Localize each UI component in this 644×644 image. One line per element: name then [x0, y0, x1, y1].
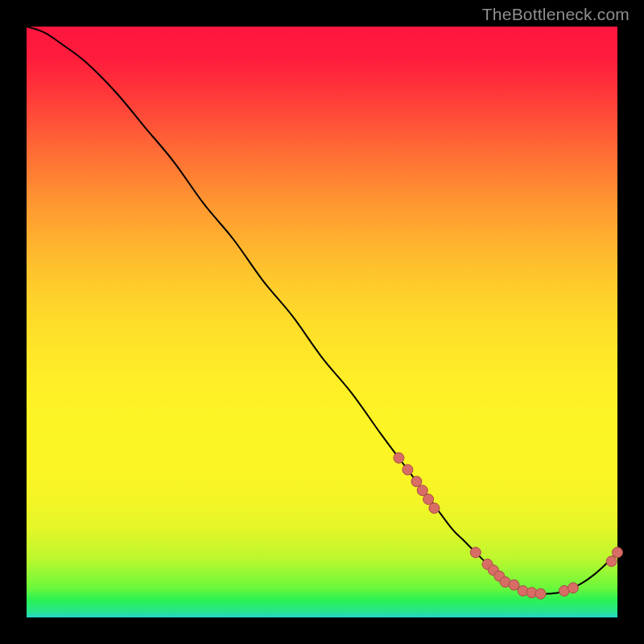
data-marker: [606, 556, 617, 567]
data-marker: [402, 464, 413, 475]
data-marker: [509, 580, 519, 590]
marker-layer: [394, 452, 623, 599]
chart-stage: TheBottleneck.com: [0, 0, 644, 644]
data-marker: [423, 494, 434, 505]
data-marker: [613, 547, 623, 558]
watermark-text: TheBottleneck.com: [482, 5, 630, 24]
plot-area: [27, 27, 617, 617]
data-marker: [417, 485, 427, 496]
data-marker: [429, 503, 440, 514]
data-marker: [394, 452, 404, 463]
data-marker: [470, 547, 481, 558]
data-marker: [411, 477, 422, 487]
data-marker: [568, 583, 578, 593]
curve-line: [27, 27, 617, 594]
plot-svg: [27, 27, 617, 617]
data-marker: [535, 588, 546, 599]
